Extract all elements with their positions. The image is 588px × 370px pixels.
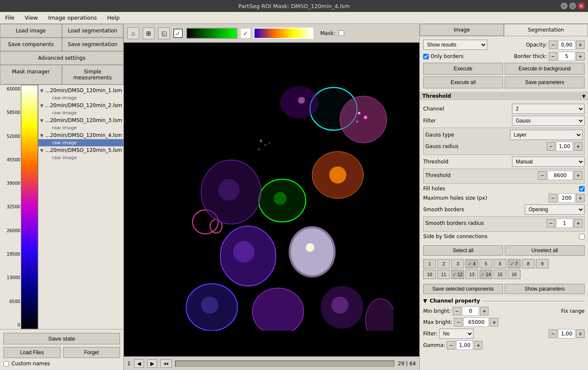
smooth-borders-dropdown[interactable]: Opening	[525, 204, 585, 215]
minimize-button[interactable]: ─	[561, 3, 568, 9]
comp-3[interactable]: 3	[451, 259, 464, 268]
menu-view[interactable]: View	[23, 14, 40, 22]
custom-names-checkbox[interactable]	[3, 361, 9, 367]
tree-item-4[interactable]: ▼ ...20min/DMSO_120min_4.lsm	[38, 131, 123, 139]
max-holes-increase[interactable]: +	[576, 194, 585, 202]
mask-checkbox[interactable]	[339, 30, 344, 36]
border-increase[interactable]: +	[576, 52, 585, 61]
tree-arrow-2: ▼	[40, 103, 44, 108]
channel2-colormap[interactable]	[254, 28, 313, 39]
save-components-button[interactable]: Save components	[0, 38, 62, 51]
max-holes-decrease[interactable]: −	[549, 194, 557, 202]
comp-9[interactable]: 9	[536, 259, 549, 268]
smooth-radius-increase[interactable]: +	[574, 219, 582, 227]
frame-scrollbar[interactable]	[175, 361, 395, 367]
filter-num-increase[interactable]: +	[576, 329, 585, 338]
gauss-radius-increase[interactable]: +	[574, 142, 582, 151]
save-state-button[interactable]: Save state	[3, 333, 120, 344]
threshold-increase[interactable]: +	[574, 171, 582, 180]
next-frame-button[interactable]: ▶	[147, 359, 157, 368]
last-frame-button[interactable]: ⏮	[161, 359, 172, 368]
comp-12[interactable]: ✓ 12	[451, 270, 464, 279]
unselect-all-button[interactable]: Unselect all	[505, 245, 585, 256]
only-borders-checkbox[interactable]	[423, 54, 429, 59]
comp-15[interactable]: 15	[494, 270, 506, 279]
comp-8[interactable]: 8	[522, 259, 535, 268]
load-image-button[interactable]: Load image	[0, 24, 62, 38]
menu-file[interactable]: File	[3, 14, 16, 22]
cube-tool-button[interactable]: ◱	[158, 27, 170, 39]
show-results-dropdown[interactable]: Show results	[423, 40, 487, 50]
load-files-button[interactable]: Load Files	[3, 347, 61, 358]
tree-item-2[interactable]: ▼ ...20min/DMSO_120min_2.lsm	[38, 102, 123, 109]
tree-child-3[interactable]: raw image	[38, 124, 123, 131]
load-segmentation-button[interactable]: Load segmentation	[62, 24, 124, 38]
save-selected-button[interactable]: Save selected components	[423, 284, 503, 294]
comp-4[interactable]: ✓ 4	[465, 259, 478, 268]
gamma-increase[interactable]: +	[474, 341, 483, 350]
home-tool-button[interactable]: ⌂	[127, 27, 139, 39]
execute-button[interactable]: Execute	[423, 63, 503, 75]
image-display[interactable]	[124, 43, 419, 356]
filter-num-decrease[interactable]: −	[549, 329, 557, 338]
opacity-increase[interactable]: +	[576, 41, 585, 49]
filter-ch-dropdown[interactable]: No	[439, 329, 474, 339]
save-segmentation-button[interactable]: Save segmentation	[62, 38, 124, 51]
smooth-radius-decrease[interactable]: −	[547, 219, 555, 227]
channel1-colormap[interactable]	[186, 28, 237, 39]
comp-5[interactable]: 5	[480, 259, 492, 268]
comp-2[interactable]: 2	[437, 259, 450, 268]
comp-10[interactable]: 10	[423, 270, 436, 279]
menu-image-operations[interactable]: Image operations	[47, 14, 99, 22]
execute-all-button[interactable]: Execute all	[423, 76, 503, 88]
mask-manager-button[interactable]: Mask manager	[0, 65, 62, 84]
tree-child-4[interactable]: raw image	[38, 139, 123, 146]
channel1-toggle[interactable]: ✓	[173, 29, 183, 38]
gamma-decrease[interactable]: −	[447, 341, 455, 350]
execute-background-button[interactable]: Execute in background	[505, 63, 585, 75]
tree-child-5[interactable]: raw image	[38, 154, 123, 161]
gauss-type-dropdown[interactable]: Layer	[510, 130, 582, 140]
show-parameters-button[interactable]: Show parameters	[505, 284, 585, 294]
threshold-decrease[interactable]: −	[538, 171, 547, 180]
threshold-method-dropdown[interactable]: Manual	[512, 157, 585, 167]
max-bright-decrease[interactable]: −	[454, 318, 462, 326]
gauss-radius-decrease[interactable]: −	[547, 142, 555, 151]
tree-child-2[interactable]: raw image	[38, 109, 123, 117]
tree-item-1[interactable]: ▼ ...20min/DMSO_120min_1.lsm	[38, 87, 123, 94]
tree-child-1[interactable]: raw image	[38, 94, 123, 102]
comp-11[interactable]: 11	[437, 270, 450, 279]
side-connections-checkbox[interactable]	[579, 234, 585, 239]
border-decrease[interactable]: −	[549, 52, 557, 61]
prev-frame-button[interactable]: ◀	[134, 359, 144, 368]
comp-7[interactable]: ✓ 7	[508, 259, 521, 268]
simple-measurements-button[interactable]: Simple measurements	[62, 65, 124, 84]
comp-13[interactable]: 13	[465, 270, 478, 279]
comp-14[interactable]: ✓ 14	[480, 270, 492, 279]
threshold-section-header[interactable]: Threshold ▼	[420, 92, 588, 100]
advanced-settings-button[interactable]: Advanced settings	[0, 51, 123, 65]
menu-help[interactable]: Help	[105, 14, 122, 22]
select-all-button[interactable]: Select all	[423, 245, 503, 256]
comp-1[interactable]: 1	[423, 259, 436, 268]
comp-16[interactable]: 16	[508, 270, 521, 279]
min-bright-decrease[interactable]: −	[453, 307, 461, 315]
tree-item-3[interactable]: ▼ ...20min/DMSO_120min_3.lsm	[38, 117, 123, 124]
close-button[interactable]: ✕	[578, 3, 585, 9]
save-parameters-button[interactable]: Save parameters	[505, 76, 585, 88]
filter-dropdown[interactable]: Gauss	[512, 116, 585, 126]
min-bright-increase[interactable]: +	[480, 307, 489, 315]
tab-segmentation[interactable]: Segmentation	[504, 24, 588, 36]
forget-button[interactable]: Forget	[63, 347, 120, 358]
opacity-decrease[interactable]: −	[549, 41, 557, 49]
maximize-button[interactable]: □	[569, 3, 576, 9]
layers-tool-button[interactable]: ⊞	[143, 27, 155, 39]
fill-holes-checkbox[interactable]	[579, 186, 585, 192]
max-bright-increase[interactable]: +	[490, 318, 498, 326]
channel-property-header[interactable]: ▼ Channel property	[423, 298, 585, 304]
channel-dropdown[interactable]: 2	[512, 104, 585, 114]
tab-image[interactable]: Image	[420, 24, 504, 36]
channel2-toggle[interactable]: ✓	[241, 29, 250, 38]
comp-6[interactable]: 6	[494, 259, 506, 268]
tree-item-5[interactable]: ▼ ...20min/DMSO_120min_5.lsm	[38, 146, 123, 154]
